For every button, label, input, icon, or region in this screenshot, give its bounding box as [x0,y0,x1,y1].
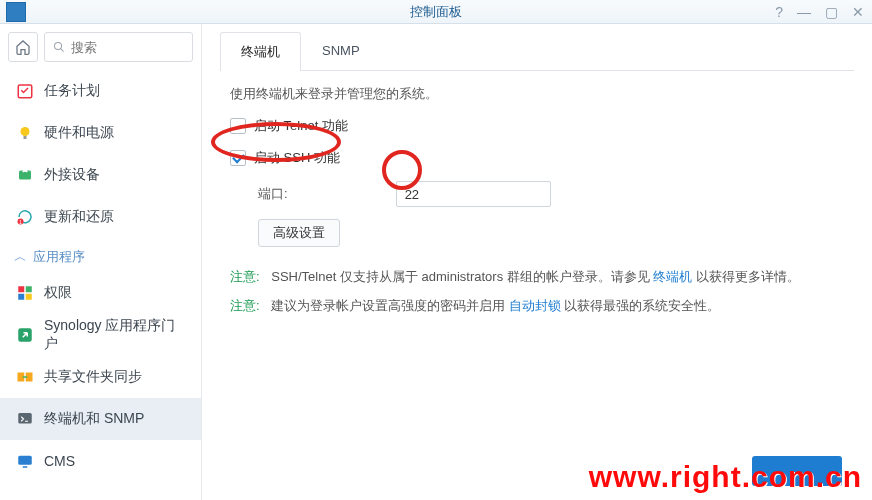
sidebar-item-task-scheduler[interactable]: 任务计划 [0,70,201,112]
checkbox-ssh[interactable] [230,150,246,166]
enable-ssh-label: 启动 SSH 功能 [254,149,340,167]
sidebar-item-update-restore[interactable]: 1 更新和还原 [0,196,201,238]
chevron-up-icon: ︿ [14,248,27,266]
close-icon[interactable]: ✕ [852,4,864,20]
minimize-icon[interactable]: — [797,4,811,20]
sidebar-item-external-devices[interactable]: 外接设备 [0,154,201,196]
advanced-settings-button[interactable]: 高级设置 [258,219,340,247]
calendar-icon [16,82,34,100]
panel-description: 使用终端机来登录并管理您的系统。 [230,85,844,103]
enable-ssh-row[interactable]: 启动 SSH 功能 [230,149,844,167]
tab-terminal[interactable]: 终端机 [220,32,301,71]
sidebar-item-label: 权限 [44,284,72,302]
sidebar-item-label: Synology 应用程序门户 [44,317,185,353]
link-auto-block[interactable]: 自动封锁 [509,298,561,313]
enable-telnet-row[interactable]: 启动 Telnet 功能 [230,117,844,135]
sidebar-item-shared-folder-sync[interactable]: 共享文件夹同步 [0,356,201,398]
content-area: 终端机 SNMP 使用终端机来登录并管理您的系统。 启动 Telnet 功能 启… [202,24,872,500]
sidebar-item-label: 硬件和电源 [44,124,114,142]
svg-rect-4 [24,136,27,139]
terminal-icon [16,410,34,428]
window-titlebar: 控制面板 ? — ▢ ✕ [0,0,872,24]
svg-rect-15 [18,413,32,424]
sidebar-item-terminal-snmp[interactable]: 终端机和 SNMP [0,398,201,440]
search-input[interactable] [71,40,184,55]
sidebar-item-hardware-power[interactable]: 硬件和电源 [0,112,201,154]
tab-snmp[interactable]: SNMP [301,32,381,71]
sidebar-item-privileges[interactable]: 权限 [0,272,201,314]
privileges-icon [16,284,34,302]
svg-rect-17 [23,466,28,468]
sidebar: 任务计划 硬件和电源 外接设备 1 更新和还原 ︿ 应用程序 权限 Synolo… [0,24,202,500]
help-icon[interactable]: ? [775,4,783,20]
search-box[interactable] [44,32,193,62]
cms-icon [16,452,34,470]
window-title: 控制面板 [410,3,462,21]
tab-bar: 终端机 SNMP [220,32,854,71]
svg-rect-9 [26,286,32,292]
watermark: www.right.com.cn [589,460,862,494]
sidebar-item-label: 更新和还原 [44,208,114,226]
sidebar-item-app-portal[interactable]: Synology 应用程序门户 [0,314,201,356]
notice-2: 注意: 建议为登录帐户设置高强度的密码并启用 自动封锁 以获得最强的系统安全性。 [230,294,844,317]
enable-telnet-label: 启动 Telnet 功能 [254,117,348,135]
svg-point-0 [55,42,62,49]
maximize-icon[interactable]: ▢ [825,4,838,20]
svg-rect-11 [26,294,32,300]
sidebar-item-label: CMS [44,453,75,469]
search-icon [53,40,65,54]
svg-rect-10 [18,294,24,300]
bulb-icon [16,124,34,142]
link-terminal-help[interactable]: 终端机 [653,269,692,284]
svg-line-1 [61,49,64,52]
svg-point-3 [21,127,30,136]
port-input[interactable] [396,181,551,207]
external-device-icon [16,166,34,184]
checkbox-telnet[interactable] [230,118,246,134]
home-button[interactable] [8,32,38,62]
port-label: 端口: [258,185,288,203]
sidebar-item-cms[interactable]: CMS [0,440,201,482]
sidebar-item-label: 任务计划 [44,82,100,100]
sidebar-section-apps[interactable]: ︿ 应用程序 [0,238,201,272]
update-icon: 1 [16,208,34,226]
notice-1: 注意: SSH/Telnet 仅支持从属于 administrators 群组的… [230,265,844,288]
svg-rect-8 [18,286,24,292]
sync-icon [16,368,34,386]
sidebar-item-label: 外接设备 [44,166,100,184]
home-icon [15,39,31,55]
app-icon [6,2,26,22]
sidebar-item-label: 共享文件夹同步 [44,368,142,386]
portal-icon [16,326,34,344]
svg-rect-16 [18,456,32,465]
sidebar-item-label: 终端机和 SNMP [44,410,144,428]
